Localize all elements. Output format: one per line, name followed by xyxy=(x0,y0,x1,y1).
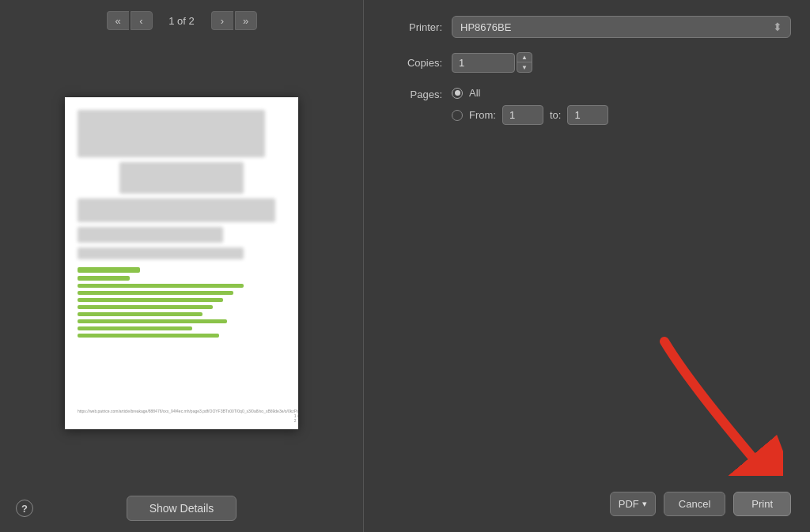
back-nav-group: « ‹ xyxy=(107,11,153,30)
prev-page-button[interactable]: ‹ xyxy=(131,11,153,30)
pages-options: All From: to: xyxy=(452,87,608,125)
pages-from-label: From: xyxy=(469,109,496,121)
pages-range-inputs: From: to: xyxy=(469,105,608,125)
pages-all-radio[interactable] xyxy=(452,88,463,99)
footer-url: https://web.patrice.com/article/breakage… xyxy=(78,409,294,423)
blur-block-2 xyxy=(119,162,244,194)
pages-row: Pages: All From: to: xyxy=(383,87,791,125)
pages-to-separator: to: xyxy=(550,109,561,121)
radio-dot xyxy=(455,90,460,96)
pdf-button[interactable]: PDF ▾ xyxy=(610,492,656,516)
pages-all-row: All xyxy=(452,87,608,99)
pages-label: Pages: xyxy=(383,89,442,100)
show-details-button[interactable]: Show Details xyxy=(127,496,237,521)
green-line-9 xyxy=(78,326,192,330)
copies-row: Copies: ▲ ▼ xyxy=(383,52,791,73)
green-line-7 xyxy=(78,312,202,316)
copies-increment-button[interactable]: ▲ xyxy=(517,53,532,62)
footer-page: Page 1 of 2 xyxy=(294,409,298,423)
print-button[interactable]: Print xyxy=(733,492,791,516)
pages-all-label: All xyxy=(469,87,480,99)
page-footer: https://web.patrice.com/article/breakage… xyxy=(78,409,286,423)
printer-value: HP8676BE xyxy=(460,21,511,33)
forward-nav-group: › » xyxy=(211,11,257,30)
copies-stepper: ▲ ▼ xyxy=(517,52,532,73)
copies-decrement-button[interactable]: ▼ xyxy=(517,62,532,72)
printer-label: Printer: xyxy=(383,21,442,33)
pages-range-row: From: to: xyxy=(452,105,608,125)
left-panel-bottom-bar: ? Show Details xyxy=(0,485,363,532)
print-form: Printer: HP8676BE ⬍ Copies: ▲ ▼ Pages: xyxy=(383,16,791,250)
printer-row: Printer: HP8676BE ⬍ xyxy=(383,16,791,38)
page-thumbnail: https://web.patrice.com/article/breakage… xyxy=(65,97,298,429)
page-preview-area: https://web.patrice.com/article/breakage… xyxy=(0,41,363,485)
help-button[interactable]: ? xyxy=(16,500,33,517)
blur-block-4 xyxy=(78,227,223,243)
pdf-chevron-icon: ▾ xyxy=(642,499,647,509)
print-preview-panel: « ‹ 1 of 2 › » xyxy=(0,0,364,532)
green-line-4 xyxy=(78,291,233,295)
green-text-area xyxy=(78,267,286,338)
first-page-button[interactable]: « xyxy=(107,11,129,30)
print-options-panel: Printer: HP8676BE ⬍ Copies: ▲ ▼ Pages: xyxy=(364,0,810,532)
right-panel-bottom-bar: PDF ▾ Cancel Print xyxy=(383,484,791,516)
green-line-5 xyxy=(78,298,223,302)
cancel-button[interactable]: Cancel xyxy=(664,492,725,516)
printer-chevron-icon: ⬍ xyxy=(773,21,782,33)
pages-to-input[interactable] xyxy=(567,105,608,125)
page-navigation: « ‹ 1 of 2 › » xyxy=(0,0,363,41)
page-indicator: 1 of 2 xyxy=(162,15,202,27)
pdf-label: PDF xyxy=(619,498,639,510)
copies-input[interactable] xyxy=(452,53,515,73)
green-line-1 xyxy=(78,267,140,273)
red-arrow-area xyxy=(383,250,791,484)
green-line-8 xyxy=(78,319,227,323)
green-line-2 xyxy=(78,276,130,281)
blur-block-3 xyxy=(78,198,275,222)
copies-label: Copies: xyxy=(383,57,442,69)
green-line-6 xyxy=(78,305,213,309)
green-line-3 xyxy=(78,284,244,288)
printer-select[interactable]: HP8676BE ⬍ xyxy=(452,16,791,38)
red-arrow-icon xyxy=(641,318,783,476)
pages-range-radio[interactable] xyxy=(452,110,463,121)
green-line-10 xyxy=(78,334,219,338)
blur-block-1 xyxy=(78,110,265,157)
pages-from-input[interactable] xyxy=(502,105,543,125)
blur-block-5 xyxy=(78,247,244,259)
next-page-button[interactable]: › xyxy=(211,11,233,30)
last-page-button[interactable]: » xyxy=(235,11,257,30)
